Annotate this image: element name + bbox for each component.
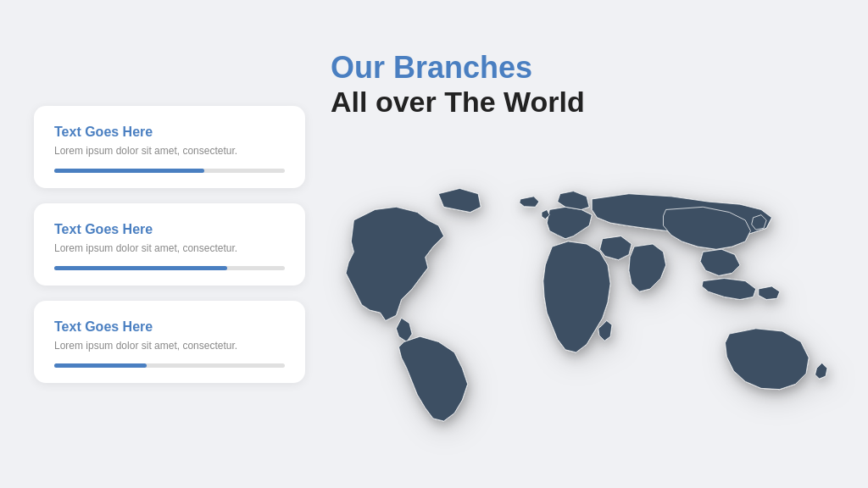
card-1-progress-bg (54, 169, 285, 173)
heading-block: Our Branches All over The World (331, 34, 834, 119)
card-2-title: Text Goes Here (54, 222, 285, 237)
card-2-progress-bg (54, 266, 285, 270)
card-3-body: Lorem ipsum dolor sit amet, consectetur. (54, 340, 285, 352)
world-map-svg (322, 149, 851, 471)
world-map-container (322, 149, 851, 471)
card-3-progress-bg (54, 363, 285, 368)
card-1-progress-fill (54, 169, 204, 173)
card-1-title: Text Goes Here (54, 125, 285, 140)
card-3-title: Text Goes Here (54, 319, 285, 335)
card-1-body: Lorem ipsum dolor sit amet, consectetur. (54, 145, 285, 157)
info-card-1: Text Goes HereLorem ipsum dolor sit amet… (34, 106, 305, 188)
card-2-body: Lorem ipsum dolor sit amet, consectetur. (54, 242, 285, 254)
info-card-3: Text Goes HereLorem ipsum dolor sit amet… (34, 301, 305, 383)
heading-title: Our Branches (331, 51, 834, 85)
info-card-2: Text Goes HereLorem ipsum dolor sit amet… (34, 203, 305, 286)
slide: Text Goes HereLorem ipsum dolor sit amet… (0, 0, 868, 488)
left-panel: Text Goes HereLorem ipsum dolor sit amet… (34, 106, 305, 383)
card-2-progress-fill (54, 266, 227, 270)
right-panel: Our Branches All over The World (305, 34, 834, 454)
card-3-progress-fill (54, 363, 147, 368)
heading-subtitle: All over The World (331, 85, 834, 119)
